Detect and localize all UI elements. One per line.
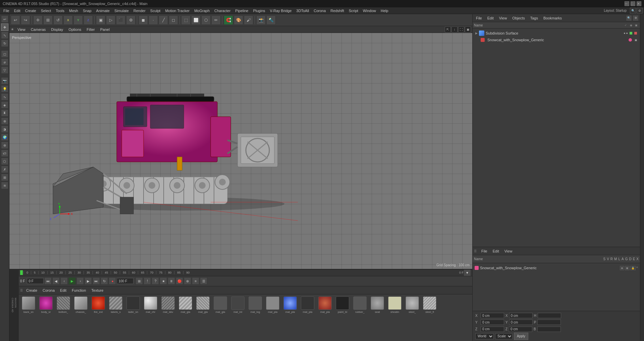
om-filter-btn[interactable]: ⚙ [633,15,639,21]
toolbar-object-mode[interactable]: ◼ [139,15,148,25]
menu-motiontacker[interactable]: Motion Tracker [163,7,192,14]
coord-x-pos-input[interactable] [481,313,504,318]
mat-item-body_sr[interactable]: body_sr [38,296,54,314]
tool-null[interactable]: ⊕ [1,117,8,125]
toolbar-undo[interactable]: ↩ [11,15,20,25]
menu-script[interactable]: Script [347,7,360,14]
toolbar-snap[interactable]: 🧲 [224,15,233,25]
tool-spline[interactable]: ∿ [1,93,8,101]
tl-btn-4[interactable]: ★ [160,277,167,285]
timeline-current-frame-input[interactable] [27,278,44,284]
toolbar-camera2[interactable]: 📸 [256,15,266,25]
toolbar-xaxis[interactable]: X [63,15,73,25]
vp-corner-btn1[interactable]: ⇱ [445,26,451,33]
tool-camera[interactable]: 📷 [1,77,8,84]
mat-item-mat_gla3[interactable]: mat_gla [212,296,229,314]
toolbar-live-select[interactable]: ⬚ [181,15,191,25]
tool-deformer[interactable]: ⧗ [1,109,8,117]
tl-btn-3[interactable]: ? [152,277,159,285]
maximize-button[interactable]: □ [631,1,635,6]
om-menu-file[interactable]: File [474,16,484,20]
om-menu-objects[interactable]: Objects [510,16,527,20]
tool-generator[interactable]: ◈ [1,101,8,109]
toolbar-yaxis[interactable]: Y [73,15,83,25]
timeline-end-frame-input[interactable] [117,278,133,284]
obj-check-green[interactable] [630,32,632,35]
obj-check-red[interactable] [634,32,637,35]
vp-menu-display[interactable]: Display [49,27,65,32]
mat-item-paint_bl[interactable]: paint_bl [334,296,351,314]
tl-btn-2[interactable]: ! [144,277,151,285]
mat-item-ladie_sn[interactable]: ladie_sn [125,296,142,314]
tool-polygon[interactable]: ▽ [1,66,8,74]
attr-row-snowcat[interactable]: Snowcat_with_Snowplow_Generic ◉ ▣ 🔒 ≡ [474,265,639,271]
tl-btn-7[interactable]: ⊛ [184,277,191,285]
vp-menu-cameras[interactable]: Cameras [29,27,48,32]
mat-item-steel_fl[interactable]: steel_fl [421,296,438,314]
mat-item-rubber[interactable]: rubber_ [352,296,368,314]
toolbar-paint[interactable]: 🖌 [244,15,253,25]
menu-snap[interactable]: Snap [81,7,94,14]
mat-item-mat_dev[interactable]: mat_dev [160,296,176,314]
toolbar-texture[interactable]: 🎨 [234,15,243,25]
mat-item-labels_s[interactable]: labels_s [107,296,124,314]
toolbar-scale-tool[interactable]: ⊞ [43,15,53,25]
mat-menu-create[interactable]: Create [24,288,39,292]
mat-menu-corona[interactable]: Corona [41,288,57,292]
menu-file[interactable]: File [1,7,11,14]
timeline-next-key[interactable]: ▶ [85,277,92,285]
coord-scale-select[interactable]: Scale Size [495,333,513,339]
minimize-button[interactable]: ─ [625,1,629,6]
toolbar-poly-select[interactable]: ⬡ [201,15,211,25]
attr-menu-view[interactable]: View [502,249,515,253]
tl-btn-5[interactable]: ⏸ [168,277,175,285]
toolbar-freehand[interactable]: ✏ [211,15,221,25]
menu-vray[interactable]: V-Ray Bridge [268,7,294,14]
coord-h-input[interactable] [538,313,561,318]
menu-select[interactable]: Select [39,7,53,14]
timeline-next-frame[interactable]: › [76,277,84,285]
mat-item-fire_ext[interactable]: fire_ext [90,296,107,314]
obj-render-btn[interactable]: ● [626,32,628,35]
mat-menu-function[interactable]: Function [70,288,88,292]
menu-edit[interactable]: Edit [12,7,22,14]
attr-menu-file[interactable]: File [479,249,489,253]
tool-rotate[interactable]: ↻ [1,40,8,47]
om-menu-view[interactable]: View [497,16,509,20]
mat-item-steel[interactable]: steel_ [404,296,421,314]
mat-item-mat_pla4[interactable]: mat_pla [317,296,333,314]
om-menu-bookmarks[interactable]: Bookmarks [541,16,564,20]
mat-item-sheating[interactable]: sheatin [386,296,403,314]
menu-simulate[interactable]: Simulate [112,7,131,14]
attr-more-icon[interactable]: ≡ [636,266,638,270]
tool-lights[interactable]: 💡 [1,85,8,93]
attr-render-icon[interactable]: ▣ [625,266,630,270]
timeline-rewind[interactable]: ⏮ [44,277,52,285]
tool-scale[interactable]: ⤡ [1,32,8,39]
layout-search[interactable]: 🔍 [630,8,636,14]
toolbar-rect-select[interactable]: ⬜ [191,15,201,25]
timeline-expand[interactable]: ▼ [464,270,471,276]
menu-sculpt[interactable]: Sculpt [148,7,163,14]
toolbar-light2[interactable]: 🔦 [266,15,276,25]
coord-world-select[interactable]: World Object [475,333,494,339]
close-button[interactable]: ✕ [637,1,641,6]
tool-lasso[interactable]: ⌀ [1,58,8,66]
tool-material[interactable]: ◑ [1,125,8,133]
tool-selection[interactable]: ◻ [1,50,8,58]
vp-corner-btn2[interactable]: ↕ [451,26,458,33]
tool-simulate2[interactable]: ≋ [1,182,8,189]
menu-create[interactable]: Create [23,7,38,14]
tl-btn-8[interactable]: ≡ [192,277,199,285]
tool-field[interactable]: ⬡ [1,158,8,165]
vp-menu-filter[interactable]: Filter [85,27,97,32]
tool-move[interactable]: ✛ [1,23,8,31]
viewport3d[interactable]: Perspective [9,33,472,269]
om-search-btn[interactable]: 🔍 [626,15,632,21]
vp-menu-star[interactable]: ★ [11,27,14,32]
tool-tag[interactable]: 🏷 [1,150,8,157]
menu-mesh[interactable]: Mesh [67,7,80,14]
attr-vis-icon[interactable]: ◉ [620,266,624,270]
toolbar-redo[interactable]: ↪ [21,15,30,25]
tool-dynamics[interactable]: ⊞ [1,174,8,181]
